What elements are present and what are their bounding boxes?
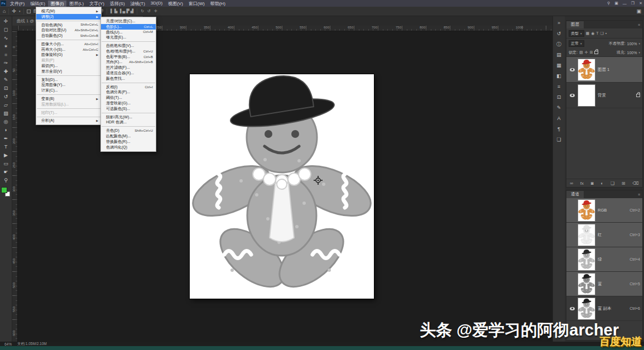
adjustment-layer-icon[interactable]: ◐ <box>600 181 603 186</box>
绿[interactable]: 绿 Ctrl+4 <box>566 247 642 272</box>
align-icon[interactable]: ▄ <box>122 9 126 13</box>
zoom-tool[interactable]: ⚲ <box>0 176 12 185</box>
menu-item[interactable]: 渐变映射(G)... ▶ <box>101 100 156 106</box>
menu-item[interactable]: 变量(B) ▶ <box>36 96 101 102</box>
menu-item[interactable]: 曝光度(E)... ▶ <box>101 35 156 40</box>
move-tool[interactable]: ✛ <box>0 17 12 26</box>
红[interactable]: 红 Ctrl+3 <box>566 223 642 247</box>
menu-item[interactable]: 自动颜色(O) Shift+Ctrl+B ▶ <box>36 33 101 39</box>
menu-item[interactable]: 替换颜色(R)... ▶ <box>101 139 156 145</box>
menu-item[interactable]: ▶ <box>102 83 155 83</box>
图层 1[interactable]: 图层 1 <box>566 57 642 83</box>
collapse-panels-icon[interactable]: » <box>553 18 565 28</box>
swatches-panel-icon[interactable]: ▦ <box>553 60 565 71</box>
layer-name[interactable]: 背景 <box>598 93 606 98</box>
channels-tab[interactable]: 通道 <box>566 191 584 198</box>
menu-item[interactable]: 应用数据组(L)... ▶ <box>36 102 101 107</box>
menu-item[interactable]: 文件(F) <box>7 1 27 7</box>
menu-item[interactable]: 编辑(E) <box>27 1 48 7</box>
layer-name[interactable]: 图层 1 <box>598 67 609 73</box>
align-icon[interactable]: ▐ <box>118 9 122 13</box>
menu-item[interactable]: 色阶(L)... Ctrl+L ▶ <box>101 24 156 30</box>
menu-item[interactable]: 画布大小(S)... Alt+Ctrl+C ▶ <box>36 47 101 52</box>
menu-item[interactable]: 裁切(R)... ▶ <box>36 63 101 69</box>
clone-source-panel-icon[interactable]: ⊡ <box>553 92 565 103</box>
new-layer-icon[interactable]: ⊞ <box>622 181 626 186</box>
menu-item[interactable]: 图像旋转(G) ▶ <box>36 52 101 58</box>
dodge-tool[interactable]: ◗ <box>0 126 12 135</box>
eyedropper-tool[interactable]: ✑ <box>0 59 12 68</box>
quick-selection-tool[interactable]: ✶ <box>0 42 12 51</box>
eraser-tool[interactable]: ▱ <box>0 101 12 109</box>
pen-tool[interactable]: ✒ <box>0 135 12 143</box>
history-brush-tool[interactable]: ↺ <box>0 93 12 101</box>
menu-item[interactable]: 窗口(W) <box>186 1 208 7</box>
menu-item[interactable]: 图像(I) <box>48 1 67 7</box>
menu-item[interactable]: 色调分离(P)... ▶ <box>101 90 156 95</box>
menu-item[interactable]: 显示全部(V) ▶ <box>36 69 101 74</box>
menu-item[interactable]: 反相(I) Ctrl+I ▶ <box>101 84 156 90</box>
menu-item[interactable]: 应用图像(Y)... ▶ <box>36 83 101 88</box>
filter-icon[interactable]: ◉ <box>591 31 594 36</box>
menu-item[interactable]: ▶ <box>37 21 100 21</box>
menu-item[interactable]: 陷印(T)... ▶ <box>36 110 101 116</box>
蓝 副本[interactable]: 蓝 副本 Ctrl+6 <box>566 296 642 321</box>
mode-icon[interactable]: ↻ <box>140 9 145 13</box>
align-icon[interactable]: ▟ <box>130 9 134 13</box>
filter-icon[interactable]: ❏ <box>600 31 604 36</box>
menu-item[interactable]: 调整(J) ▶ <box>36 14 101 20</box>
menu-item[interactable]: 帮助(H) <box>208 1 228 7</box>
brush-tool[interactable]: ✎ <box>0 76 12 84</box>
menu-item[interactable]: ▶ <box>37 117 100 117</box>
marquee-tool[interactable]: ◻ <box>0 26 12 34</box>
filter-icon[interactable]: ▦ <box>586 31 590 36</box>
panel-menu-icon[interactable]: ≡ <box>638 193 640 196</box>
layers-tab[interactable]: 图层 <box>566 21 584 28</box>
menu-item[interactable]: 照片滤镜(F)... ▶ <box>101 65 156 70</box>
menu-item[interactable]: 匹配颜色(M)... ▶ <box>101 133 156 139</box>
menu-item[interactable]: 计算(C)... ▶ <box>36 88 101 93</box>
type-tool[interactable]: T <box>0 143 12 151</box>
menu-item[interactable]: ▶ <box>37 40 100 40</box>
menu-item[interactable]: ▶ <box>102 41 155 42</box>
clone-stamp-tool[interactable]: ⊡ <box>0 84 12 93</box>
align-icon[interactable]: ▙ <box>114 9 118 13</box>
menu-item[interactable]: ▶ <box>102 126 155 127</box>
filter-icon[interactable]: T <box>596 31 598 36</box>
zoom-level[interactable]: 64% <box>4 342 12 346</box>
shape-tool[interactable]: ▭ <box>0 160 12 168</box>
crop-tool[interactable]: ⌗ <box>0 51 12 59</box>
gradient-tool[interactable]: ▨ <box>0 109 12 118</box>
adjustments-panel-icon[interactable]: ◧ <box>553 71 565 81</box>
layer-mask-icon[interactable]: ◙ <box>591 181 594 186</box>
color-panel-icon[interactable]: ▤ <box>553 50 565 60</box>
menu-item[interactable]: 黑白(K)... Alt+Shift+Ctrl+B ▶ <box>101 60 156 65</box>
character-panel-icon[interactable]: A <box>553 113 565 124</box>
menu-item[interactable]: 阈值(T)... ▶ <box>101 95 156 100</box>
layer-group-icon[interactable]: ❏ <box>611 181 614 186</box>
filter-icon[interactable]: ▪ <box>605 31 607 36</box>
panel-menu-icon[interactable]: ≡ <box>638 23 640 27</box>
menu-item[interactable]: 3D(D) <box>148 1 165 7</box>
menu-item[interactable]: 去色(D) Shift+Ctrl+U ▶ <box>101 128 156 133</box>
menu-item[interactable]: 自动对比度(U) Alt+Shift+Ctrl+L ▶ <box>36 27 101 33</box>
mode-icon[interactable]: ✛ <box>153 9 158 13</box>
info-panel-icon[interactable]: ⓘ <box>553 39 565 50</box>
lock-all-icon[interactable] <box>594 51 598 54</box>
menu-item[interactable]: 色调均化(Q) ▶ <box>101 145 156 150</box>
menu-item[interactable]: 自动色调(N) Shift+Ctrl+L ▶ <box>36 22 101 28</box>
fill-value[interactable]: 100% <box>627 51 637 55</box>
workspace-icon[interactable]: ▣ <box>614 1 618 6</box>
tool-preset-caret-icon[interactable]: ▾ <box>19 9 21 13</box>
menu-item[interactable]: 自然饱和度(V)... ▶ <box>101 43 156 49</box>
menu-item[interactable]: 阴影/高光(W)... ▶ <box>101 114 156 120</box>
menu-item[interactable]: 可选颜色(S)... ▶ <box>101 106 156 112</box>
menu-item[interactable]: 视图(V) <box>165 1 186 7</box>
opacity-value[interactable]: 100% <box>627 42 637 46</box>
lock-option-icon[interactable]: ✛ <box>585 50 588 55</box>
menu-item[interactable]: HDR 色调... ▶ <box>101 120 156 126</box>
menu-item[interactable]: 选择(S) <box>107 1 128 7</box>
menu-item[interactable]: ▶ <box>37 94 100 95</box>
channel-visibility-eye-icon[interactable] <box>570 307 575 310</box>
menu-item[interactable]: ▶ <box>37 108 100 109</box>
